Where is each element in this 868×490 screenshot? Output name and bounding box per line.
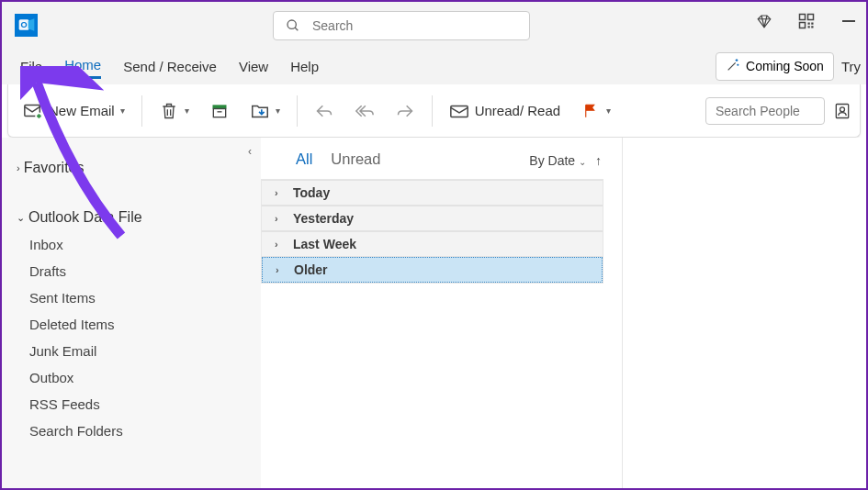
- chevron-down-icon: ⌄: [17, 212, 25, 224]
- search-people-input[interactable]: [705, 97, 825, 125]
- folder-rss-feeds[interactable]: RSS Feeds: [2, 391, 261, 418]
- data-file-section[interactable]: ⌄ Outlook Data File: [2, 204, 261, 231]
- flag-icon: [581, 101, 601, 121]
- group-today[interactable]: › Today: [262, 180, 603, 206]
- titlebar-right: [756, 13, 857, 29]
- group-older[interactable]: › Older: [262, 257, 603, 283]
- address-book-icon[interactable]: [832, 101, 852, 121]
- global-search-input[interactable]: [312, 18, 520, 33]
- svg-rect-7: [808, 23, 810, 25]
- svg-rect-4: [800, 15, 806, 20]
- menu-bar: File Home Send / Receive View Help Comin…: [2, 48, 866, 84]
- separator: [141, 95, 142, 127]
- reply-all-button[interactable]: [347, 95, 382, 127]
- svg-rect-6: [800, 23, 806, 28]
- svg-point-18: [840, 106, 845, 111]
- chevron-down-icon: ▾: [276, 106, 280, 116]
- folder-search-folders[interactable]: Search Folders: [2, 418, 261, 444]
- reply-all-icon: [355, 101, 375, 121]
- forward-icon: [395, 101, 415, 121]
- collapse-sidebar-icon[interactable]: ‹: [248, 145, 252, 158]
- chevron-down-icon: ▾: [606, 106, 611, 116]
- chevron-right-icon: ›: [275, 239, 286, 250]
- outlook-logo-icon: O: [15, 14, 38, 37]
- chevron-right-icon: ›: [275, 213, 286, 224]
- svg-rect-9: [808, 26, 810, 28]
- reading-pane: [623, 138, 866, 488]
- ribbon-toolbar: New Email ▾ ▾ ▾: [7, 84, 861, 138]
- group-label: Yesterday: [293, 211, 354, 226]
- tab-send-receive[interactable]: Send / Receive: [123, 55, 217, 78]
- premium-icon[interactable]: [756, 13, 772, 29]
- global-search-box[interactable]: [273, 11, 530, 40]
- new-email-icon: [23, 101, 43, 121]
- archive-icon: [209, 101, 230, 121]
- reply-icon: [314, 101, 334, 121]
- folder-junk-email[interactable]: Junk Email: [2, 338, 261, 364]
- sort-by-date-button[interactable]: By Date ⌄: [529, 153, 586, 168]
- unread-read-label: Unread/ Read: [475, 103, 560, 118]
- separator: [432, 95, 433, 127]
- separator: [297, 95, 298, 127]
- trash-icon: [159, 101, 179, 121]
- svg-line-3: [295, 28, 298, 30]
- tab-help[interactable]: Help: [290, 55, 319, 78]
- coming-soon-button[interactable]: Coming Soon: [716, 52, 834, 81]
- chevron-down-icon: ▾: [185, 106, 189, 116]
- svg-point-2: [287, 20, 296, 28]
- new-email-button[interactable]: New Email ▾: [16, 95, 132, 127]
- ribbon-end: [696, 97, 852, 125]
- favorites-label: Favorites: [24, 160, 85, 176]
- list-header: All Unread By Date ⌄ ↑: [261, 138, 622, 179]
- folder-outbox[interactable]: Outbox: [2, 364, 261, 391]
- envelope-icon: [449, 101, 469, 121]
- forward-button[interactable]: [388, 95, 423, 127]
- tab-view[interactable]: View: [239, 55, 268, 78]
- svg-rect-10: [811, 26, 813, 28]
- message-groups: › Today › Yesterday › Last Week › Older: [261, 179, 603, 284]
- group-last-week[interactable]: › Last Week: [262, 231, 603, 257]
- archive-button[interactable]: [202, 95, 237, 127]
- list-sort-controls: By Date ⌄ ↑: [529, 153, 602, 168]
- chevron-right-icon: ›: [275, 187, 286, 198]
- group-yesterday[interactable]: › Yesterday: [262, 206, 603, 231]
- new-email-label: New Email: [49, 103, 115, 118]
- title-bar: O: [2, 2, 866, 48]
- svg-rect-14: [213, 108, 225, 117]
- move-button[interactable]: ▾: [242, 95, 287, 127]
- group-label: Older: [294, 262, 328, 277]
- svg-rect-17: [836, 104, 848, 117]
- unread-read-button[interactable]: Unread/ Read: [442, 95, 568, 127]
- group-label: Last Week: [293, 237, 356, 251]
- sort-direction-button[interactable]: ↑: [595, 153, 602, 168]
- folder-inbox[interactable]: Inbox: [2, 231, 261, 258]
- folder-sent-items[interactable]: Sent Items: [2, 284, 261, 311]
- minimize-button[interactable]: [840, 13, 857, 29]
- qr-icon[interactable]: [798, 13, 815, 29]
- message-list-panel: All Unread By Date ⌄ ↑ › Today › Yesterd…: [261, 138, 623, 488]
- coming-soon-label: Coming Soon: [746, 59, 824, 73]
- svg-text:O: O: [20, 20, 27, 29]
- navigation-sidebar: ‹ › Favorites ⌄ Outlook Data File Inbox …: [2, 138, 261, 488]
- favorites-section[interactable]: › Favorites: [2, 154, 261, 182]
- folder-drafts[interactable]: Drafts: [2, 258, 261, 284]
- try-button[interactable]: Try: [841, 59, 861, 74]
- wand-icon: [726, 58, 740, 75]
- search-icon: [283, 16, 303, 36]
- data-file-label: Outlook Data File: [28, 209, 142, 226]
- tab-home[interactable]: Home: [64, 53, 101, 79]
- filter-unread-tab[interactable]: Unread: [331, 150, 380, 170]
- filter-all-tab[interactable]: All: [296, 150, 312, 170]
- delete-button[interactable]: ▾: [152, 95, 197, 127]
- chevron-down-icon: ▾: [120, 106, 125, 116]
- svg-rect-8: [811, 23, 813, 25]
- move-folder-icon: [250, 101, 270, 121]
- folder-deleted-items[interactable]: Deleted Items: [2, 311, 261, 338]
- flag-button[interactable]: ▾: [573, 95, 618, 127]
- chevron-right-icon: ›: [276, 264, 287, 275]
- reply-button[interactable]: [307, 95, 342, 127]
- chevron-down-icon: ⌄: [579, 157, 586, 167]
- main-area: ‹ › Favorites ⌄ Outlook Data File Inbox …: [2, 138, 866, 488]
- tab-file[interactable]: File: [20, 55, 42, 78]
- menu-right-controls: Coming Soon Try: [716, 52, 861, 81]
